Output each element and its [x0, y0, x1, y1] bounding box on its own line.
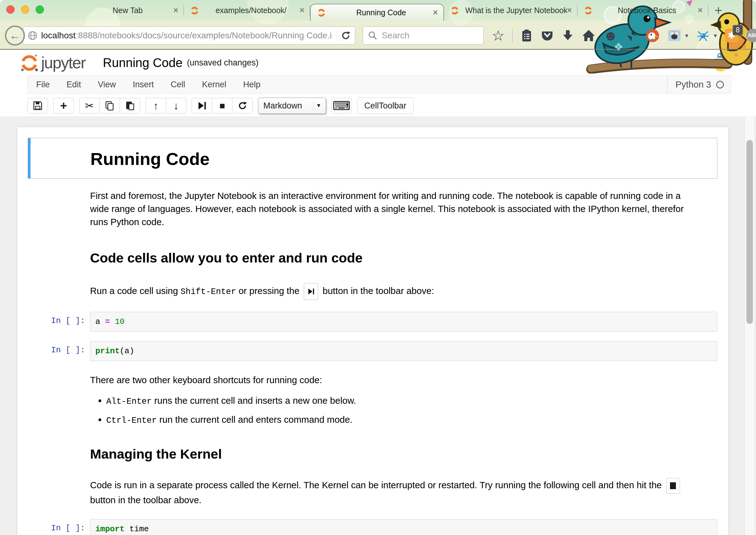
- dropdown-arrow-icon[interactable]: ▾: [685, 32, 688, 39]
- adblock-plus-icon[interactable]: ABP: [746, 29, 756, 42]
- tab-running-code[interactable]: Running Code ×: [310, 4, 444, 21]
- md-cell-shortcuts[interactable]: There are two other keyboard shortcuts f…: [17, 374, 728, 427]
- code-token-keyword: import: [95, 524, 125, 534]
- notebook-title[interactable]: Running Code: [103, 56, 183, 70]
- jupyter-logo[interactable]: jupyter: [20, 53, 85, 72]
- save-icon: [33, 101, 43, 111]
- notebook-area: Running Code First and foremost, the Jup…: [0, 116, 756, 535]
- menu-item-edit[interactable]: Edit: [58, 80, 90, 90]
- menu-bar: File Edit View Insert Cell Kernel Help P…: [27, 75, 731, 94]
- restart-icon: [238, 101, 247, 110]
- inline-run-button-image: [304, 283, 318, 300]
- bookmarks-menu-icon[interactable]: [521, 29, 533, 42]
- code-cell[interactable]: In [ ]: print(a): [28, 341, 717, 361]
- forget-pinwheel-icon[interactable]: [626, 29, 637, 42]
- tab-close-icon[interactable]: ×: [567, 6, 572, 14]
- copy-cell-button[interactable]: [99, 98, 120, 113]
- search-bar[interactable]: [363, 26, 484, 44]
- new-tab-button[interactable]: +: [715, 4, 722, 17]
- tab-new-tab[interactable]: New Tab ×: [76, 0, 184, 21]
- jupyter-favicon-icon: [189, 6, 200, 15]
- add-cell-button[interactable]: +: [53, 98, 74, 113]
- url-bar[interactable]: localhost:8888/notebooks/docs/source/exa…: [23, 26, 355, 44]
- md-cell-h2-kernel[interactable]: Managing the Kernel: [17, 445, 728, 464]
- kernel-idle-icon: [716, 81, 724, 89]
- bookmark-star-icon[interactable]: ☆: [492, 28, 504, 43]
- code-input[interactable]: import timetime.sleep(10): [90, 519, 717, 535]
- zoom-window-button[interactable]: [36, 5, 44, 14]
- tab-label: New Tab: [82, 6, 173, 15]
- code-cell[interactable]: In [ ]: import timetime.sleep(10): [28, 519, 717, 535]
- addon-badge: 8: [733, 25, 743, 35]
- spider-addon-icon[interactable]: [696, 29, 710, 42]
- paste-cell-button[interactable]: [120, 98, 140, 113]
- fly-addon-icon[interactable]: [667, 29, 681, 42]
- minimize-window-button[interactable]: [21, 5, 29, 14]
- celltoolbar-button[interactable]: CellToolbar: [357, 98, 414, 114]
- tab-notebook-basics[interactable]: Notebook Basics ×: [578, 0, 708, 21]
- kernel-name: Python 3: [676, 79, 711, 90]
- close-window-button[interactable]: [6, 5, 14, 14]
- tab-label: Running Code: [329, 8, 433, 17]
- duckduckgo-icon[interactable]: [645, 28, 660, 43]
- md-cell-kernel-line[interactable]: Code is run in a separate process called…: [17, 478, 728, 507]
- menu-item-insert[interactable]: Insert: [124, 80, 162, 90]
- md-cell-title[interactable]: Running Code: [28, 138, 717, 179]
- md-cell-intro[interactable]: First and foremost, the Jupyter Notebook…: [17, 189, 728, 229]
- tab-label: What is the Jupyter Notebook: [463, 6, 567, 15]
- code-token-number: 10: [115, 317, 124, 326]
- asterisk-addon-icon[interactable]: ✱ 8: [725, 29, 739, 42]
- tab-examples-notebook[interactable]: examples/Notebook/ ×: [184, 0, 310, 21]
- navigation-bar: ← localhost:8888/notebooks/docs/source/e…: [0, 21, 756, 50]
- code-cell[interactable]: In [ ]: a = 10: [28, 312, 717, 332]
- tab-close-icon[interactable]: ×: [433, 9, 438, 17]
- home-icon[interactable]: [582, 29, 596, 42]
- code-input[interactable]: print(a): [90, 341, 717, 361]
- pocket-icon[interactable]: [541, 29, 554, 42]
- paste-icon: [125, 101, 135, 111]
- search-input[interactable]: [381, 30, 462, 41]
- tab-close-icon[interactable]: ×: [173, 6, 178, 14]
- run-cell-button[interactable]: [192, 98, 212, 113]
- jupyter-logo-text: jupyter: [41, 53, 85, 72]
- interrupt-kernel-button[interactable]: ■: [212, 98, 232, 113]
- menu-item-cell[interactable]: Cell: [162, 80, 194, 90]
- tab-close-icon[interactable]: ×: [300, 6, 305, 14]
- move-cell-down-button[interactable]: ↓: [166, 98, 186, 113]
- tab-close-icon[interactable]: ×: [698, 6, 703, 14]
- list-item: Ctrl-Enter run the current cell and ente…: [106, 413, 689, 427]
- toolbar-divider: [512, 29, 513, 42]
- scrollbar-thumb[interactable]: [746, 140, 753, 324]
- save-button[interactable]: [27, 98, 48, 113]
- autosave-status: (unsaved changes): [187, 58, 259, 68]
- page-scrollbar[interactable]: [744, 116, 754, 535]
- url-path: :8888/notebooks/docs/source/examples/Not…: [76, 31, 332, 40]
- restart-kernel-button[interactable]: [232, 98, 253, 113]
- menu-item-help[interactable]: Help: [235, 80, 269, 90]
- menu-item-view[interactable]: View: [90, 80, 124, 90]
- code-input[interactable]: a = 10: [90, 312, 717, 332]
- cut-cell-button[interactable]: ✂: [79, 98, 100, 113]
- hello-smiley-icon[interactable]: ☻: [603, 29, 618, 42]
- cell-type-select[interactable]: Markdown ▼: [258, 98, 326, 114]
- move-cell-up-button[interactable]: ↑: [146, 98, 166, 113]
- toolbar-icons: ☆ ☻: [492, 28, 756, 43]
- downloads-icon[interactable]: [561, 29, 574, 42]
- inline-stop-button-image: [666, 478, 680, 493]
- dropdown-arrow-icon[interactable]: ▾: [714, 32, 717, 39]
- kernel-indicator: Python 3: [667, 75, 731, 94]
- tab-what-is-jupyter[interactable]: What is the Jupyter Notebook ×: [444, 0, 578, 21]
- back-arrow-icon: ←: [9, 29, 20, 42]
- menu-item-file[interactable]: File: [28, 80, 58, 90]
- jupyter-favicon-icon: [316, 8, 326, 18]
- menu-item-kernel[interactable]: Kernel: [194, 80, 235, 90]
- md-cell-h2-code-cells[interactable]: Code cells allow you to enter and run co…: [17, 248, 728, 268]
- md-cell-run-line[interactable]: Run a code cell using Shift-Enter or pre…: [17, 283, 728, 300]
- reload-icon[interactable]: [341, 31, 351, 41]
- tab-strip: New Tab × examples/Notebook/ × Running C…: [76, 0, 722, 21]
- back-button[interactable]: ←: [5, 26, 25, 45]
- command-palette-button[interactable]: ⌨: [331, 98, 352, 113]
- list-item-text: runs the current cell and inserts a new …: [152, 395, 356, 406]
- url-text: localhost:8888/notebooks/docs/source/exa…: [41, 31, 332, 41]
- shortcuts-intro-text: There are two other keyboard shortcuts f…: [90, 375, 322, 385]
